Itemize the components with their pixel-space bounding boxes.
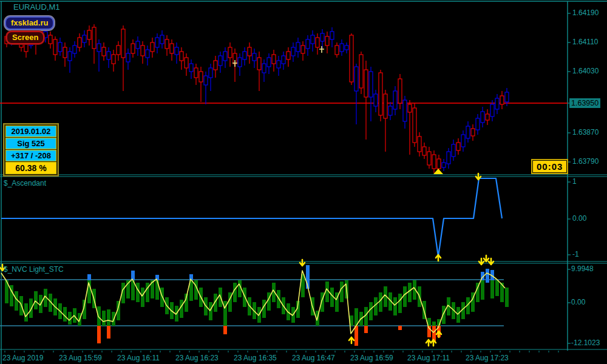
- candle-body: [228, 47, 232, 58]
- candle-body: [476, 118, 480, 130]
- candle-body: [413, 108, 416, 143]
- candle-body: [243, 52, 246, 59]
- symbol-period-title: EURAUD,M1: [13, 2, 60, 12]
- candle-body: [345, 46, 348, 50]
- candle-body: [330, 32, 334, 39]
- candle-body: [121, 29, 125, 58]
- candle-body: [296, 42, 300, 52]
- ascendant-axis-label: 1: [572, 177, 577, 186]
- stc-bar: [233, 283, 237, 302]
- candle-body: [354, 67, 358, 91]
- candle-body: [442, 163, 446, 167]
- candle-body: [306, 39, 310, 49]
- candle-body: [369, 72, 373, 97]
- time-axis-label: 23 Aug 16:35: [234, 354, 277, 362]
- buy-triangle-marker: [433, 169, 443, 174]
- candle-body: [219, 56, 222, 66]
- screen-badge-button[interactable]: Screen: [6, 31, 44, 44]
- candle-body: [204, 76, 208, 85]
- time-axis-label: 23 Aug 2019: [2, 354, 43, 362]
- ascendant-axis-label: -1: [572, 250, 579, 258]
- stc-bar: [354, 326, 358, 346]
- candle-body: [282, 56, 285, 64]
- candle-body: [495, 98, 499, 109]
- stc-axis-label: 0.00: [571, 298, 585, 306]
- candle-body: [180, 52, 183, 61]
- candle-body: [155, 38, 159, 47]
- stc-bar: [495, 280, 499, 296]
- candle-body: [490, 104, 494, 116]
- candle-body: [87, 30, 91, 39]
- candle-body: [466, 126, 470, 138]
- stc-bar: [364, 326, 368, 333]
- candle-body: [68, 52, 72, 61]
- candle-body: [146, 50, 149, 58]
- candle-body: [291, 47, 295, 56]
- stc-bar: [408, 283, 412, 302]
- candle-body: [262, 64, 266, 73]
- candle-body: [117, 46, 120, 55]
- ascendant-axis-label: 0.00: [572, 214, 586, 223]
- candle-body: [97, 44, 101, 52]
- candle-body: [194, 68, 198, 78]
- candle-body: [408, 104, 412, 112]
- signal-info-panel: 2019.01.02 Sig 525 +317 / -208 60.38 %: [3, 123, 59, 177]
- candle-body: [49, 35, 52, 44]
- candle-body: [287, 52, 290, 59]
- candle-body: [112, 55, 115, 64]
- candle-body: [151, 42, 154, 52]
- price-axis-label: 1.64030: [572, 67, 599, 75]
- time-axis-label: 23 Aug 16:59: [350, 354, 393, 362]
- signal-arrow-down: [479, 258, 484, 265]
- stc-bar: [505, 288, 509, 307]
- stc-bar: [398, 326, 402, 330]
- price-axis-label: 1.64190: [572, 8, 599, 17]
- candle-body: [248, 47, 251, 56]
- candle-body: [175, 47, 178, 55]
- candle-body: [189, 64, 193, 72]
- stc-bar: [432, 322, 436, 326]
- candle-body: [500, 96, 504, 104]
- candle-body: [359, 55, 363, 88]
- chart-canvas[interactable]: [0, 0, 607, 364]
- candle-body: [452, 144, 455, 157]
- candle-body: [393, 91, 397, 109]
- candle-countdown-timer: 00:03: [532, 160, 567, 173]
- signal-arrow-down: [484, 255, 489, 261]
- candle-body: [209, 68, 212, 78]
- stc-axis-label: -12.1023: [571, 339, 600, 347]
- stc-bar: [141, 288, 144, 307]
- candle-body: [102, 47, 106, 56]
- info-ratio: +317 / -208: [5, 150, 56, 161]
- candle-body: [267, 58, 271, 67]
- time-axis-label: 23 Aug 16:47: [292, 354, 335, 362]
- candle-body: [253, 53, 256, 61]
- stc-bar: [340, 281, 344, 302]
- candle-body: [384, 94, 387, 118]
- signal-arrow-up: [431, 340, 436, 346]
- candle-body: [316, 38, 319, 47]
- stc-bar: [29, 298, 33, 318]
- candle-body: [301, 46, 305, 53]
- candle-body: [136, 41, 140, 49]
- candle-body: [83, 35, 86, 42]
- candle-body: [350, 35, 353, 82]
- candle-body: [388, 106, 392, 115]
- ascendant-indicator-label: $_Ascendant: [4, 179, 46, 187]
- candle-body: [170, 44, 174, 53]
- candle-body: [456, 143, 460, 150]
- stc-bar: [97, 326, 101, 343]
- candle-body: [340, 44, 344, 52]
- signal-arrow-down: [300, 260, 305, 266]
- candle-body: [505, 92, 509, 102]
- candle-body: [461, 135, 465, 147]
- nvc-light-stc-indicator-label: $_NVC Light_STC: [4, 265, 64, 274]
- stc-bar: [486, 269, 489, 283]
- time-axis-label: 23 Aug 17:11: [407, 354, 450, 362]
- candle-body: [131, 44, 135, 53]
- candle-body: [374, 94, 378, 106]
- candle-body: [199, 72, 203, 82]
- fxsklad-badge-button[interactable]: fxsklad.ru: [5, 16, 54, 30]
- candle-body: [471, 129, 475, 136]
- price-axis-label: 1.63790: [572, 157, 599, 166]
